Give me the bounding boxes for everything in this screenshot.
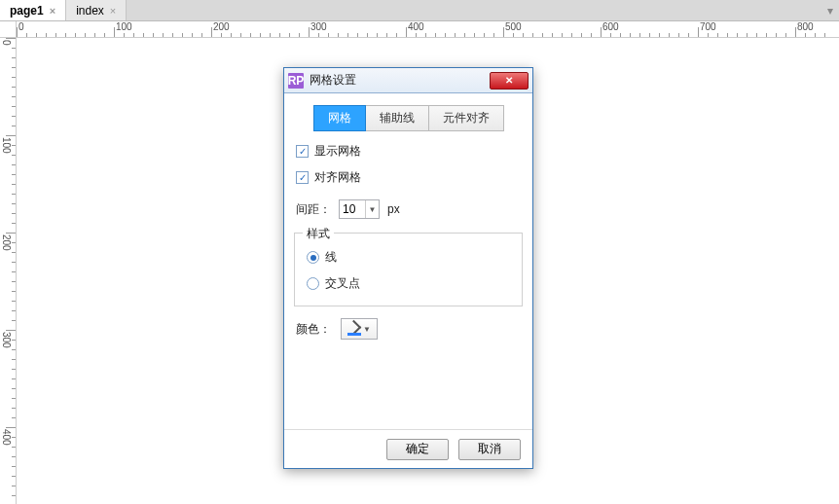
show-grid-row: ✓ 显示网格 [296, 143, 523, 160]
spacing-input[interactable] [340, 202, 365, 216]
color-picker-button[interactable]: ▼ [341, 318, 378, 340]
close-icon[interactable]: × [50, 5, 55, 17]
vertical-ruler: 0100200300400 [0, 38, 17, 504]
style-legend: 样式 [303, 226, 334, 242]
spacing-row: 间距： ▼ px [296, 199, 523, 219]
tab-grid[interactable]: 网格 [313, 105, 366, 131]
grid-settings-dialog: RP 网格设置 ✕ 网格 辅助线 元件对齐 ✓ 显示网格 ✓ 对齐网格 间距： … [283, 67, 533, 469]
tabbar-spacer [127, 0, 821, 20]
chevron-down-icon[interactable]: ▼ [365, 200, 379, 218]
tab-label: index [76, 4, 104, 18]
color-label: 颜色： [296, 321, 331, 338]
spacing-input-wrapper: ▼ [339, 199, 380, 219]
ok-button[interactable]: 确定 [386, 439, 449, 460]
chevron-down-icon: ▼ [363, 325, 371, 334]
dialog-footer: 确定 取消 [284, 429, 532, 468]
align-grid-label: 对齐网格 [314, 169, 361, 186]
style-line-row: 线 [307, 249, 512, 266]
tab-label: page1 [10, 4, 44, 18]
style-cross-row: 交叉点 [307, 275, 512, 292]
dialog-title: 网格设置 [310, 72, 490, 89]
style-line-radio[interactable] [307, 251, 319, 264]
app-icon: RP [288, 73, 304, 89]
spacing-unit: px [387, 202, 400, 216]
close-button[interactable]: ✕ [490, 72, 529, 90]
style-fieldset: 样式 线 交叉点 [294, 233, 523, 306]
dialog-body: 网格 辅助线 元件对齐 ✓ 显示网格 ✓ 对齐网格 间距： ▼ px 样式 线 [284, 93, 532, 429]
document-tab-index[interactable]: index × [66, 0, 127, 20]
tab-guides[interactable]: 辅助线 [365, 105, 429, 131]
style-line-label: 线 [325, 249, 337, 266]
cancel-button[interactable]: 取消 [458, 439, 521, 460]
close-icon[interactable]: × [110, 5, 116, 17]
horizontal-ruler: 0100200300400500600700800 [17, 21, 839, 38]
tabbar-dropdown[interactable]: ▾ [821, 0, 839, 20]
document-tab-page1[interactable]: page1 × [0, 0, 66, 20]
ruler-corner [0, 21, 17, 38]
style-cross-radio[interactable] [307, 277, 319, 290]
dialog-titlebar[interactable]: RP 网格设置 ✕ [284, 68, 532, 93]
style-cross-label: 交叉点 [325, 275, 360, 292]
spacing-label: 间距： [296, 201, 331, 218]
document-tabbar: page1 × index × ▾ [0, 0, 839, 21]
color-row: 颜色： ▼ [296, 318, 523, 340]
dialog-tabs: 网格 辅助线 元件对齐 [313, 105, 504, 131]
show-grid-label: 显示网格 [314, 143, 361, 160]
tab-snap[interactable]: 元件对齐 [428, 105, 504, 131]
show-grid-checkbox[interactable]: ✓ [296, 145, 309, 158]
align-grid-row: ✓ 对齐网格 [296, 169, 523, 186]
pen-icon [347, 322, 361, 336]
align-grid-checkbox[interactable]: ✓ [296, 171, 309, 184]
